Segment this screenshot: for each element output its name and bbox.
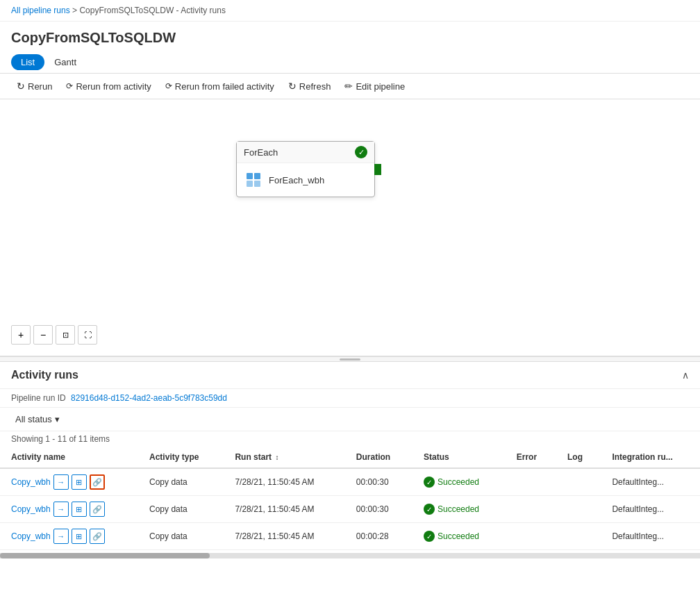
run-start-cell: 7/28/21, 11:50:45 AM [224, 523, 344, 550]
foreach-title: ForEach [244, 147, 278, 158]
pipeline-run-id-row: Pipeline run ID 82916d48-d152-4ad2-aeab-… [0, 389, 700, 408]
col-duration: Duration [345, 447, 412, 468]
rerun-button[interactable]: ↻ Rerun [11, 78, 58, 94]
activity-type-cell: Copy data [138, 496, 224, 523]
activity-type-cell: Copy data [138, 523, 224, 550]
error-cell [506, 468, 556, 496]
duration-cell: 00:00:30 [345, 468, 412, 496]
fullscreen-button[interactable]: ⛶ [78, 325, 97, 345]
rerun-from-activity-button[interactable]: ⟳ Rerun from activity [60, 78, 156, 94]
activity-name-link[interactable]: Copy_wbh [11, 504, 51, 514]
status-label: Succeeded [438, 531, 479, 541]
integration-runtime-cell: DefaultInteg... [601, 468, 700, 496]
tab-row: List Gantt [0, 51, 700, 74]
pipeline-run-id-label: Pipeline run ID [11, 393, 66, 403]
edit-pipeline-button[interactable]: ✏ Edit pipeline [339, 78, 410, 94]
zoom-in-button[interactable]: + [11, 325, 31, 345]
col-status: Status [412, 447, 506, 468]
integration-runtime-cell: DefaultInteg... [601, 523, 700, 550]
activity-name-cell: Copy_wbh → ⊞ 🔗 [0, 468, 138, 496]
activity-name-link[interactable]: Copy_wbh [11, 531, 51, 541]
tab-list[interactable]: List [11, 54, 44, 70]
table-container: Activity name Activity type Run start ↕ … [0, 447, 700, 550]
activity-navigate-btn[interactable]: → [53, 529, 69, 544]
col-error: Error [506, 447, 556, 468]
status-cell: ✓Succeeded [412, 496, 506, 523]
rerun-from-activity-icon: ⟳ [66, 81, 73, 91]
status-filter-button[interactable]: All status ▾ [11, 412, 64, 427]
activity-child-runs-btn[interactable]: ⊞ [72, 474, 87, 490]
breadcrumb: All pipeline runs > CopyFromSQLToSQLDW -… [0, 0, 700, 22]
error-cell [506, 523, 556, 550]
horizontal-scrollbar[interactable] [0, 553, 700, 558]
activity-link-btn[interactable]: 🔗 [90, 474, 105, 490]
activity-navigate-btn[interactable]: → [53, 474, 69, 490]
activity-runs-section: Activity runs ∧ Pipeline run ID 82916d48… [0, 362, 700, 575]
foreach-right-connector [374, 164, 381, 175]
log-cell [556, 523, 601, 550]
scrollbar-thumb[interactable] [0, 553, 210, 558]
canvas-area: ForEach ✓ ForEach_wbh + − ⊡ ⛶ [0, 99, 700, 356]
foreach-success-icon: ✓ [355, 146, 367, 158]
run-start-cell: 7/28/21, 11:50:45 AM [224, 496, 344, 523]
zoom-out-button[interactable]: − [33, 325, 53, 345]
log-cell [556, 468, 601, 496]
breadcrumb-current: CopyFromSQLToSQLDW - Activity runs [79, 6, 226, 15]
log-cell [556, 496, 601, 523]
pipeline-run-id-link[interactable]: 82916d48-d152-4ad2-aeab-5c9f783c59dd [71, 393, 227, 403]
status-label: Succeeded [438, 477, 479, 487]
col-log: Log [556, 447, 601, 468]
splitter-handle [340, 358, 360, 361]
activity-navigate-btn[interactable]: → [53, 502, 69, 517]
section-header: Activity runs ∧ [0, 362, 700, 389]
col-activity-name: Activity name [0, 447, 138, 468]
activity-name-cell: Copy_wbh → ⊞ 🔗 [0, 496, 138, 523]
activity-child-runs-btn[interactable]: ⊞ [72, 529, 87, 544]
status-icon: ✓ [424, 477, 435, 488]
activity-child-runs-btn[interactable]: ⊞ [72, 502, 87, 517]
foreach-box[interactable]: ForEach ✓ ForEach_wbh [236, 141, 375, 197]
svg-rect-2 [247, 181, 253, 187]
col-integration-runtime: Integration ru... [601, 447, 700, 468]
collapse-button[interactable]: ∧ [682, 370, 689, 381]
activity-link-btn[interactable]: 🔗 [90, 502, 105, 517]
run-start-cell: 7/28/21, 11:50:45 AM [224, 468, 344, 496]
sort-icon: ↕ [275, 454, 278, 461]
status-icon: ✓ [424, 531, 435, 542]
status-filter-label: All status [15, 414, 52, 424]
svg-rect-0 [247, 173, 253, 179]
table-row: Copy_wbh → ⊞ 🔗 Copy data7/28/21, 11:50:4… [0, 496, 700, 523]
fit-view-button[interactable]: ⊡ [56, 325, 75, 345]
page-title: CopyFromSQLToSQLDW [0, 22, 700, 51]
activity-runs-table: Activity name Activity type Run start ↕ … [0, 447, 700, 550]
splitter[interactable] [0, 356, 700, 362]
edit-pipeline-icon: ✏ [344, 81, 353, 92]
tab-gantt[interactable]: Gantt [44, 54, 86, 70]
duration-cell: 00:00:30 [345, 496, 412, 523]
chevron-down-icon: ▾ [55, 414, 60, 424]
canvas-controls: + − ⊡ ⛶ [11, 325, 97, 345]
showing-text: Showing 1 - 11 of 11 items [0, 431, 700, 447]
foreach-body: ForEach_wbh [237, 163, 374, 197]
table-row: Copy_wbh → ⊞ 🔗 Copy data7/28/21, 11:50:4… [0, 523, 700, 550]
rerun-from-failed-button[interactable]: ⟳ Rerun from failed activity [160, 78, 280, 94]
rerun-icon: ↻ [17, 81, 25, 92]
refresh-icon: ↻ [288, 81, 297, 92]
status-cell: ✓Succeeded [412, 523, 506, 550]
activity-name-link[interactable]: Copy_wbh [11, 477, 51, 487]
breadcrumb-separator: > [72, 6, 79, 15]
error-cell [506, 496, 556, 523]
foreach-activity-icon [244, 170, 263, 190]
table-row: Copy_wbh → ⊞ 🔗 Copy data7/28/21, 11:50:4… [0, 468, 700, 496]
integration-runtime-cell: DefaultInteg... [601, 496, 700, 523]
table-header-row: Activity name Activity type Run start ↕ … [0, 447, 700, 468]
status-label: Succeeded [438, 504, 479, 514]
filter-row: All status ▾ [0, 408, 700, 431]
svg-rect-1 [254, 173, 260, 179]
activity-link-btn[interactable]: 🔗 [90, 529, 105, 544]
breadcrumb-link[interactable]: All pipeline runs [11, 6, 70, 15]
refresh-button[interactable]: ↻ Refresh [283, 78, 337, 94]
col-run-start[interactable]: Run start ↕ [224, 447, 344, 468]
status-cell: ✓Succeeded [412, 468, 506, 496]
foreach-header: ForEach ✓ [237, 142, 374, 163]
